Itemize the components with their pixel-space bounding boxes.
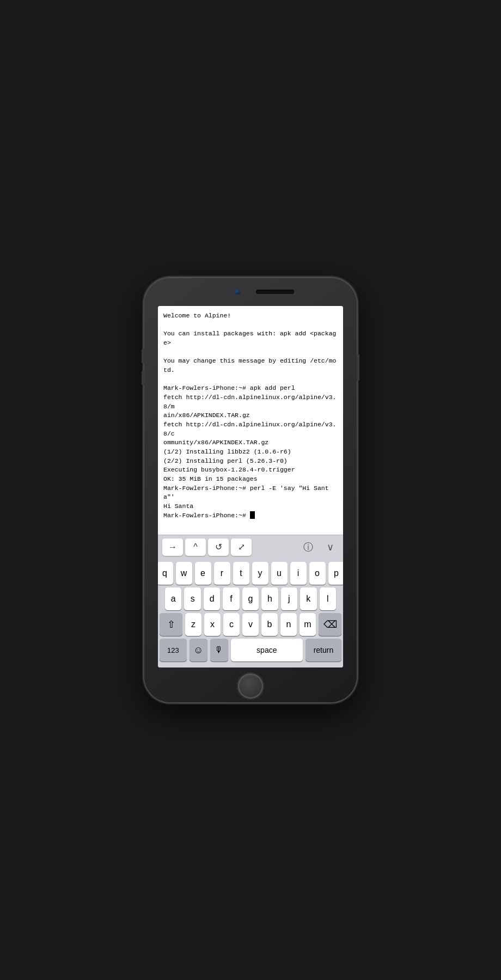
terminal-cursor	[250, 511, 255, 519]
key-q[interactable]: q	[158, 562, 173, 585]
toolbar-left-group: → ^ ↺ ⤢	[162, 538, 252, 556]
keyboard-row-2: a s d f g h j k l	[160, 587, 341, 610]
refresh-button[interactable]: ↺	[208, 538, 229, 556]
chevron-down-button[interactable]: ∨	[321, 538, 339, 556]
phone-screen: Welcome to Alpine! You can install packa…	[158, 306, 343, 667]
key-y[interactable]: y	[252, 562, 268, 585]
key-i[interactable]: i	[290, 562, 307, 585]
emoji-key[interactable]: ☺	[190, 639, 207, 661]
key-l[interactable]: l	[320, 587, 336, 610]
key-r[interactable]: r	[214, 562, 230, 585]
volume-up-button[interactable]	[142, 348, 144, 364]
keyboard-toolbar: → ^ ↺ ⤢ ⓘ ∨	[158, 535, 343, 559]
key-b[interactable]: b	[261, 613, 278, 636]
key-e[interactable]: e	[195, 562, 211, 585]
key-v[interactable]: v	[242, 613, 259, 636]
tab-key-button[interactable]: →	[162, 538, 183, 556]
move-button[interactable]: ⤢	[231, 538, 252, 556]
key-h[interactable]: h	[261, 587, 278, 610]
info-button[interactable]: ⓘ	[300, 538, 317, 556]
mic-key[interactable]: 🎙	[210, 639, 228, 661]
key-m[interactable]: m	[300, 613, 316, 636]
shift-key[interactable]: ⇧	[160, 613, 182, 636]
earpiece-speaker	[256, 290, 294, 294]
phone-device: Welcome to Alpine! You can install packa…	[144, 278, 357, 702]
key-j[interactable]: j	[281, 587, 297, 610]
home-button[interactable]	[238, 673, 263, 699]
keyboard-row-1: q w e r t y u i o p	[160, 562, 341, 585]
key-a[interactable]: a	[165, 587, 181, 610]
key-u[interactable]: u	[271, 562, 288, 585]
toolbar-right-group: ⓘ ∨	[300, 538, 339, 556]
up-arrow-button[interactable]: ^	[185, 538, 206, 556]
key-f[interactable]: f	[223, 587, 239, 610]
key-c[interactable]: c	[223, 613, 240, 636]
power-button[interactable]	[357, 354, 359, 381]
key-z[interactable]: z	[185, 613, 201, 636]
volume-down-button[interactable]	[142, 370, 144, 385]
key-d[interactable]: d	[204, 587, 220, 610]
space-key[interactable]: space	[231, 639, 303, 661]
numbers-key[interactable]: 123	[160, 639, 187, 661]
key-p[interactable]: p	[328, 562, 344, 585]
keyboard-row-bottom: 123 ☺ 🎙 space return	[160, 639, 341, 661]
key-w[interactable]: w	[176, 562, 192, 585]
key-g[interactable]: g	[242, 587, 259, 610]
key-s[interactable]: s	[184, 587, 200, 610]
keyboard: q w e r t y u i o p a s d f g h j k	[158, 559, 343, 667]
front-camera	[234, 289, 241, 295]
key-k[interactable]: k	[300, 587, 316, 610]
keyboard-row-3: ⇧ z x c v b n m ⌫	[160, 613, 341, 636]
key-o[interactable]: o	[309, 562, 326, 585]
backspace-key[interactable]: ⌫	[319, 613, 341, 636]
key-n[interactable]: n	[280, 613, 297, 636]
phone-bottom	[144, 670, 357, 702]
return-key[interactable]: return	[306, 639, 341, 661]
terminal-output[interactable]: Welcome to Alpine! You can install packa…	[158, 306, 343, 535]
key-x[interactable]: x	[204, 613, 221, 636]
phone-top-bar	[144, 278, 357, 306]
key-t[interactable]: t	[233, 562, 249, 585]
